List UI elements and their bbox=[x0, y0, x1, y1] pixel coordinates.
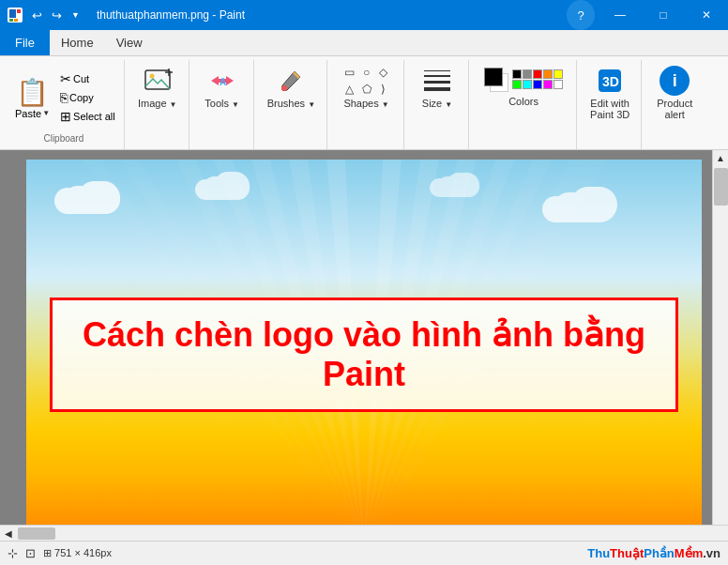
size-group: Size ▼ bbox=[406, 60, 469, 149]
help-button[interactable]: ? bbox=[567, 0, 595, 30]
vertical-scrollbar[interactable]: ▲ bbox=[712, 150, 728, 525]
ribbon: 📋 Paste▼ ✂ Cut ⎘ Copy ⊞ Select all bbox=[0, 56, 728, 150]
svg-marker-11 bbox=[226, 76, 234, 85]
copy-icon: ⎘ bbox=[60, 90, 68, 105]
status-right: ThuThuậtPhầnMềm.vn bbox=[587, 546, 720, 560]
cloud-3 bbox=[542, 183, 645, 222]
undo-icon[interactable]: ↩ bbox=[28, 7, 46, 24]
svg-marker-10 bbox=[211, 76, 219, 85]
scroll-thumb-horizontal[interactable] bbox=[18, 527, 55, 540]
colors-palette bbox=[512, 69, 563, 91]
svg-rect-3 bbox=[9, 19, 13, 22]
menu-bar: File Home View bbox=[0, 30, 728, 56]
title-bar-right: ? — □ ✕ bbox=[563, 0, 728, 32]
main-area: Cách chèn logo vào hình ảnh bằng Paint ▲… bbox=[0, 150, 728, 541]
size-button[interactable]: Size ▼ bbox=[414, 64, 461, 111]
svg-text:3D: 3D bbox=[602, 74, 619, 89]
product-alert-label: Product alert bbox=[657, 98, 692, 120]
close-button[interactable]: ✕ bbox=[685, 0, 728, 30]
scroll-up-button[interactable]: ▲ bbox=[713, 150, 729, 166]
product-alert-button[interactable]: i Product alert bbox=[651, 64, 698, 122]
colors-label: Colors bbox=[508, 96, 538, 107]
svg-text:A: A bbox=[220, 77, 226, 87]
menu-file[interactable]: File bbox=[0, 30, 50, 55]
title-bar: ↩ ↪ ▼ thuthuatphanmem.png - Paint ? — □ … bbox=[0, 0, 728, 30]
cut-icon: ✂ bbox=[60, 71, 71, 86]
canvas-inner: Cách chèn logo vào hình ảnh bằng Paint bbox=[0, 150, 728, 525]
text-overlay-box: Cách chèn logo vào hình ảnh bằng Paint bbox=[50, 298, 678, 412]
window-controls: — □ ✕ bbox=[599, 0, 728, 30]
image-label: Image ▼ bbox=[138, 98, 177, 109]
menu-home[interactable]: Home bbox=[50, 30, 105, 55]
maximize-button[interactable]: □ bbox=[642, 0, 685, 30]
size-icon bbox=[422, 66, 452, 96]
svg-point-6 bbox=[149, 74, 154, 79]
clipboard-label: Clipboard bbox=[9, 131, 118, 145]
brand-phan: Phần bbox=[644, 546, 675, 560]
edit-with-paint3d-button[interactable]: 3D Edit with Paint 3D bbox=[586, 64, 633, 122]
paste-label: Paste▼ bbox=[15, 108, 50, 119]
brushes-button[interactable]: Brushes ▼ bbox=[264, 64, 319, 111]
canvas-text-line2: Paint bbox=[75, 355, 653, 394]
quick-access-dropdown[interactable]: ▼ bbox=[68, 8, 83, 22]
image-group: Image ▼ bbox=[127, 60, 190, 149]
svg-rect-4 bbox=[14, 19, 18, 22]
edit-with-paint3d-group: 3D Edit with Paint 3D bbox=[579, 60, 642, 149]
cloud-4 bbox=[430, 169, 495, 197]
shapes-label: Shapes ▼ bbox=[343, 98, 388, 109]
brushes-group: Brushes ▼ bbox=[256, 60, 327, 149]
colors-group: Colors bbox=[471, 60, 577, 149]
colors-button[interactable]: Colors bbox=[478, 64, 569, 109]
status-left: ⊹ ⊡ ⊞ 751 × 416px bbox=[8, 546, 112, 560]
brushes-label: Brushes ▼ bbox=[267, 98, 315, 109]
cut-button[interactable]: ✂ Cut bbox=[57, 70, 118, 87]
svg-rect-2 bbox=[17, 9, 21, 13]
copy-button[interactable]: ⎘ Copy bbox=[57, 89, 118, 106]
colors-swatch-area bbox=[482, 66, 565, 94]
cloud-1 bbox=[54, 176, 148, 214]
canvas-image[interactable]: Cách chèn logo vào hình ảnh bằng Paint bbox=[26, 160, 702, 525]
redo-icon[interactable]: ↪ bbox=[48, 7, 66, 24]
menu-view[interactable]: View bbox=[105, 30, 154, 55]
brushes-icon bbox=[276, 66, 306, 96]
cloud-2 bbox=[195, 167, 270, 200]
brand-vn: vn bbox=[706, 546, 720, 560]
paste-button[interactable]: 📋 Paste▼ bbox=[9, 73, 55, 123]
size-label: Size ▼ bbox=[422, 98, 452, 109]
tools-label: Tools ▼ bbox=[205, 98, 239, 109]
brand-thu: Thu bbox=[587, 546, 610, 560]
paste-icon: 📋 bbox=[16, 77, 49, 108]
product-alert-icon: i bbox=[660, 66, 690, 96]
image-button[interactable]: Image ▼ bbox=[134, 64, 181, 111]
shapes-button[interactable]: ▭ ○ ◇ △ ⬠ ⟩ Shapes ▼ bbox=[340, 64, 392, 111]
status-bar: ⊹ ⊡ ⊞ 751 × 416px ThuThuậtPhầnMềm.vn bbox=[0, 541, 728, 565]
svg-rect-1 bbox=[9, 9, 16, 18]
window-title: thuthuatphanmem.png - Paint bbox=[97, 8, 245, 22]
horizontal-scrollbar[interactable]: ◀ bbox=[0, 525, 728, 541]
tools-group: A Tools ▼ bbox=[191, 60, 254, 149]
canvas-text-line1: Cách chèn logo vào hình ảnh bằng bbox=[75, 315, 653, 355]
tools-button[interactable]: A Tools ▼ bbox=[199, 64, 246, 111]
select-all-button[interactable]: ⊞ Select all bbox=[57, 108, 118, 125]
clipboard-top: 📋 Paste▼ ✂ Cut ⎘ Copy ⊞ Select all bbox=[9, 64, 118, 131]
selection-tool-icon[interactable]: ⊹ bbox=[8, 546, 18, 560]
edit-with-paint3d-icon: 3D bbox=[595, 66, 625, 96]
title-bar-left: ↩ ↪ ▼ thuthuatphanmem.png - Paint bbox=[8, 7, 245, 24]
shapes-icon: ▭ ○ ◇ △ ⬠ ⟩ bbox=[344, 66, 389, 96]
brand-text: ThuThuậtPhầnMềm.vn bbox=[587, 546, 720, 560]
minimize-button[interactable]: — bbox=[599, 0, 642, 30]
canvas-scroll-container: Cách chèn logo vào hình ảnh bằng Paint ▲ bbox=[0, 150, 728, 525]
scroll-left-button[interactable]: ◀ bbox=[0, 526, 16, 542]
clipboard-small-buttons: ✂ Cut ⎘ Copy ⊞ Select all bbox=[57, 70, 118, 125]
product-alert-group: i Product alert bbox=[644, 60, 705, 149]
svg-point-13 bbox=[281, 85, 287, 91]
image-dimensions: ⊞ 751 × 416px bbox=[43, 547, 112, 559]
brand-thuat: Thuật bbox=[610, 546, 644, 560]
select-all-icon: ⊞ bbox=[60, 109, 71, 124]
shapes-group: ▭ ○ ◇ △ ⬠ ⟩ Shapes ▼ bbox=[329, 60, 404, 149]
crop-icon[interactable]: ⊡ bbox=[25, 546, 36, 560]
tools-icon: A bbox=[207, 66, 237, 96]
scroll-thumb-vertical[interactable] bbox=[714, 168, 728, 206]
paint-app-icon bbox=[8, 8, 23, 23]
edit-with-paint3d-label: Edit with Paint 3D bbox=[590, 98, 629, 120]
